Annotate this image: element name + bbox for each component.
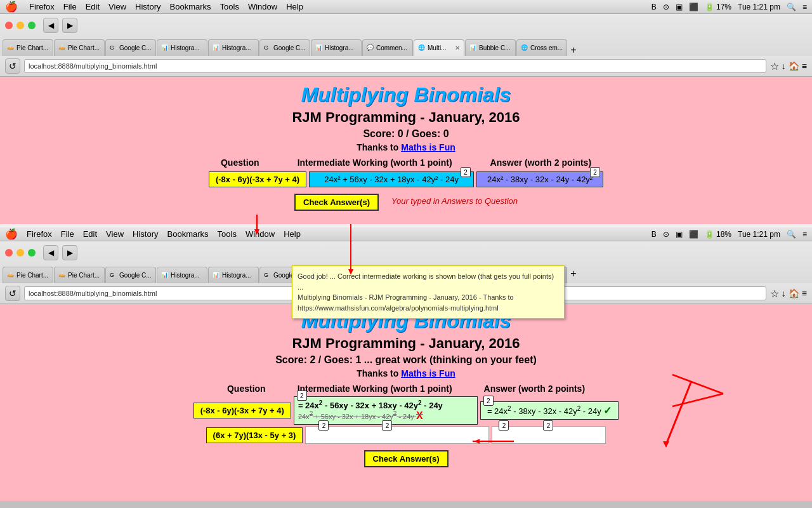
badge-a3b: 2 (543, 420, 553, 431)
minimize-button[interactable] (16, 22, 24, 29)
page-1-title: Multiplying Binomials (0, 83, 812, 107)
tab-google-c-1[interactable]: GGoogle C... (105, 39, 156, 56)
badge-a3a: 2 (499, 420, 509, 431)
badge-w3a: 2 (318, 420, 329, 431)
menu2-help[interactable]: Help (284, 229, 301, 239)
apple-menu-2[interactable]: 🍎 (5, 228, 18, 240)
tab-google-c-2[interactable]: GGoogle C... (259, 39, 310, 56)
page-1-score: Score: 0 / Goes: 0 (0, 128, 812, 140)
menu-file[interactable]: File (63, 2, 77, 11)
traffic-lights-1 (5, 22, 36, 29)
tabs-bar-1: 🥧Pie Chart... 🥧Pie Chart... GGoogle C...… (0, 37, 812, 56)
reload-button-2[interactable]: ↺ (5, 286, 20, 301)
answer-input-2[interactable]: 2 2 (492, 426, 606, 444)
mac-menubar-1: 🍎 Firefox File Edit View History Bookmar… (0, 0, 812, 14)
page-1-thanks: Thanks to Maths is Fun (0, 142, 812, 152)
col-question-2: Question (227, 384, 266, 394)
menu-edit[interactable]: Edit (86, 2, 100, 11)
home-icon-2[interactable]: 🏠 (789, 288, 799, 298)
tab2-google-1[interactable]: GGoogle C... (105, 267, 156, 283)
browser-window-1: ◀ ▶ 🥧Pie Chart... 🥧Pie Chart... GGoogle … (0, 14, 812, 241)
maths-is-fun-link-1[interactable]: Maths is Fun (401, 142, 455, 152)
col-answer-1: Answer (worth 2 points) (490, 157, 591, 168)
tab-pie-chart-2[interactable]: 🥧Pie Chart... (54, 39, 105, 56)
badge-a2: 2 (483, 396, 494, 406)
forward-button[interactable]: ▶ (62, 18, 77, 33)
menu-help[interactable]: Help (286, 2, 303, 11)
menu2-history[interactable]: History (133, 229, 158, 239)
back-button-2[interactable]: ◀ (43, 245, 58, 260)
menu2-bookmarks[interactable]: Bookmarks (167, 229, 209, 239)
tab2-pie-2[interactable]: 🥧Pie Chart... (54, 267, 105, 283)
menu-firefox[interactable]: Firefox (29, 2, 55, 11)
menu-icon[interactable]: ≡ (802, 61, 807, 71)
working-correct-text: = 24x2 - 56xy - 32x + 18xy - 42y2 - 24y (298, 399, 473, 410)
reload-button-1[interactable]: ↺ (5, 58, 20, 74)
tab-histogra-3[interactable]: 📊Histogra... (311, 39, 362, 56)
check-answer-btn-2[interactable]: Check Answer(s) (364, 450, 449, 467)
col-working-2: Intermediate Working (worth 1 point) (298, 384, 452, 394)
working-input-2[interactable]: 2 2 (305, 426, 489, 444)
menu-bookmarks[interactable]: Bookmarks (170, 2, 211, 11)
menubar-right: B ⊙ ▣ ⬛ 🔋 17% Tue 1:21 pm 🔍 ≡ (652, 3, 807, 11)
url-box-1[interactable]: localhost:8888/multiplying_binomials.htm… (24, 59, 766, 73)
titlebar-2: ◀ ▶ (0, 241, 812, 264)
menu-tools[interactable]: Tools (220, 2, 239, 11)
close-button-2[interactable] (5, 249, 13, 257)
page-1-content: Multiplying Binomials RJM Programming - … (0, 77, 812, 224)
menu2-edit[interactable]: Edit (83, 229, 97, 239)
tab-histogra-2[interactable]: 📊Histogra... (208, 39, 259, 56)
page-2-score: Score: 2 / Goes: 1 ... great work (think… (0, 354, 812, 366)
col-question-1: Question (221, 157, 259, 168)
tab-commen[interactable]: 💬Commen... (362, 39, 413, 56)
menu2-firefox[interactable]: Firefox (27, 229, 52, 239)
check-answer-btn-1[interactable]: Check Answer(s) (294, 194, 379, 211)
new-tab-button-2[interactable]: + (570, 268, 576, 279)
forward-button-2[interactable]: ▶ (62, 245, 77, 260)
page-2-content: Multiplying Binomials RJM Programming - … (0, 304, 812, 501)
tab-pie-chart-1[interactable]: 🥧Pie Chart... (3, 39, 53, 56)
menu2-view[interactable]: View (106, 229, 124, 239)
tab-histogra-1[interactable]: 📊Histogra... (157, 39, 207, 56)
traffic-lights-2 (5, 249, 36, 257)
maximize-button[interactable] (28, 22, 36, 29)
tab-cross-em[interactable]: 🌐Cross em... (516, 39, 567, 56)
question-cell-3: (6x + 7y)(13x - 5y + 3) (206, 427, 303, 443)
menu-icon-2[interactable]: ≡ (802, 288, 807, 298)
tab2-hist-1[interactable]: 📊Histogra... (157, 267, 207, 283)
maths-is-fun-link-2[interactable]: Maths is Fun (401, 368, 455, 378)
badge-working-1: 2 (461, 167, 471, 177)
menu2-window[interactable]: Window (246, 229, 275, 239)
download-icon-2[interactable]: ↓ (782, 288, 786, 298)
answer-input-1[interactable]: 2 24x² - 38xy - 32x - 24y - 42y² (476, 171, 603, 187)
tab-multi-active[interactable]: 🌐Multi...✕ (414, 39, 464, 56)
tab-bubble-c[interactable]: 📊Bubble C... (465, 39, 516, 56)
tooltip-text-3: https://www.mathsisfun.com/algebra/polyn… (298, 303, 559, 314)
tooltip-popup: Good job! ... Correct intermediate worki… (292, 265, 565, 319)
apple-menu[interactable]: 🍎 (5, 1, 18, 13)
back-button[interactable]: ◀ (43, 18, 58, 33)
maximize-button-2[interactable] (28, 249, 36, 257)
bookmark-icon[interactable]: ☆ (770, 60, 779, 72)
tab2-hist-2[interactable]: 📊Histogra... (208, 267, 259, 283)
col-answer-2: Answer (worth 2 points) (484, 384, 585, 394)
page-2-subtitle: RJM Programming - January, 2016 (0, 335, 812, 352)
menu-window[interactable]: Window (248, 2, 277, 11)
page-2-thanks: Thanks to Maths is Fun (0, 368, 812, 378)
menu-history[interactable]: History (135, 2, 160, 11)
titlebar-1: ◀ ▶ (0, 14, 812, 37)
page-1-subtitle: RJM Programming - January, 2016 (0, 109, 812, 126)
minimize-button-2[interactable] (16, 249, 24, 257)
menu-view[interactable]: View (108, 2, 126, 11)
bookmark-icon-2[interactable]: ☆ (770, 288, 779, 300)
menu2-file[interactable]: File (61, 229, 74, 239)
close-button[interactable] (5, 22, 13, 29)
col-working-1: Intermediate Working (worth 1 point) (298, 157, 452, 168)
tab2-pie-1[interactable]: 🥧Pie Chart... (3, 267, 53, 283)
new-tab-button[interactable]: + (570, 44, 576, 56)
badge-w2: 2 (297, 391, 307, 401)
menu2-tools[interactable]: Tools (218, 229, 237, 239)
working-input-1[interactable]: 2 24x² + 56xy - 32x + 18yx - 42y² - 24y (309, 171, 474, 187)
home-icon[interactable]: 🏠 (789, 61, 799, 71)
download-icon[interactable]: ↓ (782, 61, 786, 71)
